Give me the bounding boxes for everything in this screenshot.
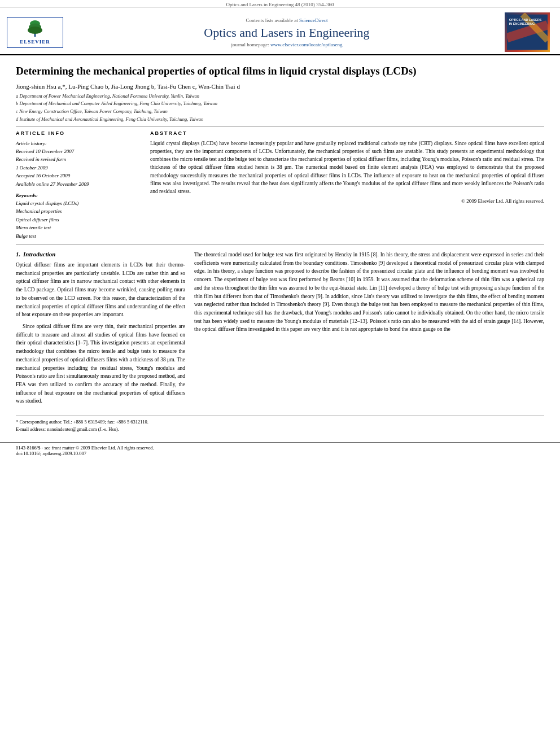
intro-heading: 1. Introduction [16, 251, 185, 257]
keywords-section: Keywords: Liquid crystal displays (LCDs)… [16, 193, 140, 240]
available-date: Available online 27 November 2009 [16, 180, 140, 188]
footnote-area: * Corresponding author. Tel.: +886 5 631… [16, 416, 544, 433]
intro-right-para-1: The theoretical model used for bulge tes… [194, 251, 544, 334]
journal-badge-graphic: OPTICS AND LASERS IN ENGINEERING [507, 13, 548, 51]
footer-bar: 0143-8166/$ - see front matter © 2009 El… [0, 442, 560, 458]
banner-center: Contents lists available at ScienceDirec… [69, 18, 505, 47]
intro-left-text: Optical diffuser films are important ele… [16, 261, 185, 405]
intro-right-text: The theoretical model used for bulge tes… [194, 251, 544, 334]
intro-left-para-1: Optical diffuser films are important ele… [16, 261, 185, 319]
article-info-label: ARTICLE INFO [16, 130, 140, 136]
journal-homepage: journal homepage: www.elsevier.com/locat… [75, 42, 499, 47]
elsevier-label: ELSEVIER [20, 39, 50, 45]
abstract-text: Liquid crystal displays (LCDs) have beco… [150, 139, 544, 196]
history-label: Article history: [16, 139, 140, 147]
journal-title: Optics and Lasers in Engineering [75, 25, 499, 40]
elsevier-logo: ELSEVIER [7, 17, 63, 48]
intro-left-para-2: Since optical diffuser films are very th… [16, 322, 185, 405]
accepted-date: Accepted 16 October 2009 [16, 172, 140, 180]
affiliations: a Department of Power Mechanical Enginee… [16, 93, 544, 123]
homepage-link[interactable]: www.elsevier.com/locate/optlaseng [270, 42, 342, 47]
journal-top-bar: Optics and Lasers in Engineering 48 (201… [0, 0, 560, 8]
corresponding-footnote: * Corresponding author. Tel.: +886 5 631… [16, 418, 544, 426]
affiliation-d: d Institute of Mechanical and Aeronautic… [16, 116, 544, 123]
keyword-1: Liquid crystal displays (LCDs) [16, 199, 140, 207]
copyright-line: © 2009 Elsevier Ltd. All rights reserved… [150, 198, 544, 204]
email-footnote: E-mail address: nanoindenter@gmail.com (… [16, 426, 544, 433]
elsevier-logo-area: ELSEVIER [7, 17, 69, 48]
footer-license: 0143-8166/$ - see front matter © 2009 El… [16, 445, 544, 451]
svg-point-3 [28, 27, 42, 34]
keywords-list: Liquid crystal displays (LCDs) Mechanica… [16, 199, 140, 240]
svg-text:OPTICS AND LASERS: OPTICS AND LASERS [509, 18, 542, 21]
body-right: The theoretical model used for bulge tes… [194, 251, 544, 409]
page-container: Optics and Lasers in Engineering 48 (201… [0, 0, 560, 747]
article-info-abstract: ARTICLE INFO Article history: Received 1… [16, 130, 544, 240]
affiliation-a: a Department of Power Mechanical Enginee… [16, 93, 544, 100]
journal-top-info: Optics and Lasers in Engineering 48 (201… [226, 2, 334, 7]
abstract-para-1: Liquid crystal displays (LCDs) have beco… [150, 139, 544, 196]
affiliation-c: c New Energy Construction Office, Taiwan… [16, 108, 544, 115]
abstract-col: ABSTRACT Liquid crystal displays (LCDs) … [150, 130, 544, 240]
content-area: Determining the mechanical properties of… [0, 55, 560, 439]
revised-date: 1 October 2009 [16, 164, 140, 172]
journal-badge: OPTICS AND LASERS IN ENGINEERING [505, 12, 550, 52]
body-two-col: 1. Introduction Optical diffuser films a… [16, 251, 544, 409]
keyword-5: Bulge test [16, 232, 140, 240]
sciencedirect-link[interactable]: ScienceDirect [299, 18, 327, 23]
keyword-3: Optical diffuser films [16, 216, 140, 224]
keyword-4: Micro tensile test [16, 224, 140, 231]
keywords-label: Keywords: [16, 193, 140, 198]
divider [16, 126, 544, 127]
section-number: 1. [16, 251, 20, 257]
affiliation-b: b Department of Mechanical and Computer … [16, 100, 544, 107]
banner: ELSEVIER Contents lists available at Sci… [0, 8, 560, 55]
authors-line: Jiong-shiun Hsu a,*, Lu-Ping Chao b, Jia… [16, 83, 544, 90]
elsevier-tree-icon [21, 20, 49, 38]
section-title: Introduction [23, 251, 55, 257]
contents-line: Contents lists available at ScienceDirec… [75, 18, 499, 23]
keyword-2: Mechanical properties [16, 207, 140, 215]
article-history: Article history: Received 10 December 20… [16, 139, 140, 188]
footer-doi: doi:10.1016/j.optlaseng.2009.10.007 [16, 451, 544, 456]
body-left: 1. Introduction Optical diffuser films a… [16, 251, 185, 409]
received-revised-label: Received in revised form [16, 155, 140, 163]
article-info-col: ARTICLE INFO Article history: Received 1… [16, 130, 140, 240]
article-title: Determining the mechanical properties of… [16, 64, 544, 78]
abstract-label: ABSTRACT [150, 130, 544, 136]
svg-text:IN ENGINEERING: IN ENGINEERING [509, 22, 535, 25]
received-date: Received 10 December 2007 [16, 147, 140, 155]
divider-2 [16, 244, 544, 245]
